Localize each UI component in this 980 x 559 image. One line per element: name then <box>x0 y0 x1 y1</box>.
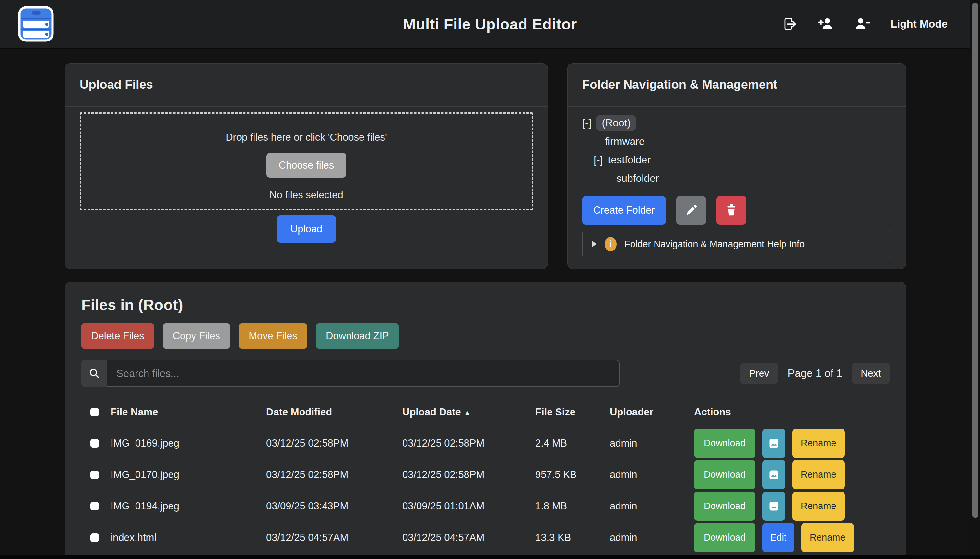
folder-tree-item[interactable]: subfolder <box>616 169 891 188</box>
files-table-header: File Name Date Modified Upload Date▲ Fil… <box>81 397 906 427</box>
file-size-cell: 957.5 KB <box>535 469 610 481</box>
create-folder-button[interactable]: Create Folder <box>582 196 666 225</box>
table-row: IMG_0170.jpeg03/12/25 02:58PM03/12/25 02… <box>81 459 906 490</box>
upload-date-cell: 03/12/25 04:57AM <box>402 532 535 543</box>
uploader-cell: admin <box>610 500 694 512</box>
files-table: File Name Date Modified Upload Date▲ Fil… <box>65 397 906 553</box>
upload-date-cell: 03/12/25 02:58PM <box>402 469 535 481</box>
remove-user-icon[interactable] <box>854 16 871 32</box>
prev-page-button[interactable]: Prev <box>740 363 778 384</box>
app-logo-server-icon <box>18 6 54 42</box>
delete-files-button[interactable]: Delete Files <box>81 323 154 349</box>
rename-folder-button[interactable] <box>676 196 706 225</box>
download-button[interactable]: Download <box>694 523 755 552</box>
uploader-cell: admin <box>610 532 694 543</box>
column-file-name[interactable]: File Name <box>111 406 266 418</box>
add-user-icon[interactable] <box>818 16 834 32</box>
edit-button[interactable]: Edit <box>763 523 794 552</box>
folder-panel-title: Folder Navigation & Management <box>568 63 906 107</box>
preview-image-button[interactable] <box>763 429 785 458</box>
row-checkbox[interactable] <box>91 533 99 542</box>
tree-collapse-toggle[interactable]: [-] <box>594 154 603 166</box>
files-panel-title: Files in (Root) <box>65 282 906 314</box>
row-checkbox[interactable] <box>91 502 99 510</box>
bottom-edge <box>0 555 980 559</box>
choose-files-button[interactable]: Choose files <box>267 153 346 178</box>
rename-button[interactable]: Rename <box>801 523 854 552</box>
page-title: Multi File Upload Editor <box>403 15 577 33</box>
folder-name[interactable]: firmware <box>605 136 645 147</box>
upload-panel-title: Upload Files <box>65 63 548 107</box>
file-toolbar: Delete Files Copy Files Move Files Downl… <box>65 323 906 349</box>
upload-files-panel: Upload Files Drop files here or click 'C… <box>65 63 548 269</box>
image-icon <box>768 469 780 481</box>
file-name-cell: IMG_0170.jpeg <box>111 469 266 481</box>
download-button[interactable]: Download <box>694 429 755 458</box>
delete-folder-button[interactable] <box>717 196 746 225</box>
next-page-button[interactable]: Next <box>852 363 889 384</box>
actions-cell: DownloadEditRename <box>694 523 906 552</box>
main-content: Upload Files Drop files here or click 'C… <box>0 49 980 559</box>
folder-tree: [-](Root)firmware[-]testfoldersubfolder <box>582 114 891 188</box>
date-modified-cell: 03/09/25 03:43PM <box>266 500 402 512</box>
column-file-size[interactable]: File Size <box>535 406 610 418</box>
rename-button[interactable]: Rename <box>792 460 845 490</box>
date-modified-cell: 03/12/25 02:58PM <box>266 469 402 481</box>
rename-button[interactable]: Rename <box>792 429 845 458</box>
search-bar <box>81 360 619 387</box>
table-row: IMG_0169.jpeg03/12/25 02:58PM03/12/25 02… <box>81 427 906 459</box>
upload-date-cell: 03/09/25 01:01AM <box>402 500 535 512</box>
row-checkbox[interactable] <box>91 471 99 479</box>
caret-right-icon <box>592 240 597 248</box>
search-input[interactable] <box>107 360 619 387</box>
folder-name[interactable]: testfolder <box>608 154 651 166</box>
image-icon <box>768 500 780 512</box>
download-zip-button[interactable]: Download ZIP <box>316 323 399 349</box>
files-table-body: IMG_0169.jpeg03/12/25 02:58PM03/12/25 02… <box>81 427 906 553</box>
folder-name[interactable]: subfolder <box>616 172 659 184</box>
column-date-modified[interactable]: Date Modified <box>266 406 402 418</box>
preview-image-button[interactable] <box>763 491 785 521</box>
column-actions: Actions <box>694 406 906 418</box>
scrollbar-thumb[interactable] <box>972 3 978 518</box>
download-button[interactable]: Download <box>694 460 755 490</box>
light-mode-toggle[interactable]: Light Mode <box>891 18 948 30</box>
folder-name[interactable]: (Root) <box>596 115 636 131</box>
pencil-icon <box>684 203 699 218</box>
row-checkbox[interactable] <box>91 439 99 448</box>
files-panel: Files in (Root) Delete Files Copy Files … <box>65 282 906 559</box>
folder-navigation-panel: Folder Navigation & Management [-](Root)… <box>567 63 906 269</box>
image-icon <box>768 437 780 449</box>
no-files-selected-text: No files selected <box>270 189 343 201</box>
trash-icon <box>724 203 739 218</box>
folder-tree-item[interactable]: [-](Root) <box>582 114 891 132</box>
page-indicator: Page 1 of 1 <box>788 367 843 379</box>
date-modified-cell: 03/12/25 04:57AM <box>266 532 402 543</box>
folder-tree-item[interactable]: firmware <box>605 132 891 150</box>
logout-icon[interactable] <box>781 16 798 32</box>
file-name-cell: IMG_0194.jpeg <box>111 500 266 512</box>
folder-help-accordion[interactable]: i Folder Navigation & Management Help In… <box>582 230 891 258</box>
table-row: IMG_0194.jpeg03/09/25 03:43PM03/09/25 01… <box>81 490 906 522</box>
rename-button[interactable]: Rename <box>792 491 845 521</box>
preview-image-button[interactable] <box>763 460 785 490</box>
file-name-cell: index.html <box>111 532 266 543</box>
dropzone-hint: Drop files here or click 'Choose files' <box>226 132 387 143</box>
select-all-checkbox[interactable] <box>91 408 99 417</box>
sort-ascending-icon: ▲ <box>464 408 471 417</box>
upload-button[interactable]: Upload <box>277 215 336 243</box>
column-upload-date[interactable]: Upload Date▲ <box>402 406 535 418</box>
tree-collapse-toggle[interactable]: [-] <box>582 117 591 129</box>
file-dropzone[interactable]: Drop files here or click 'Choose files' … <box>80 112 533 210</box>
uploader-cell: admin <box>610 437 694 449</box>
copy-files-button[interactable]: Copy Files <box>163 323 230 349</box>
move-files-button[interactable]: Move Files <box>239 323 307 349</box>
download-button[interactable]: Download <box>694 491 755 521</box>
search-icon[interactable] <box>81 360 107 387</box>
column-uploader[interactable]: Uploader <box>610 406 694 418</box>
folder-tree-item[interactable]: [-]testfolder <box>594 150 891 169</box>
file-size-cell: 13.3 KB <box>535 532 610 543</box>
folder-help-label: Folder Navigation & Management Help Info <box>624 239 805 250</box>
actions-cell: DownloadRename <box>694 429 906 458</box>
file-size-cell: 2.4 MB <box>535 437 610 449</box>
